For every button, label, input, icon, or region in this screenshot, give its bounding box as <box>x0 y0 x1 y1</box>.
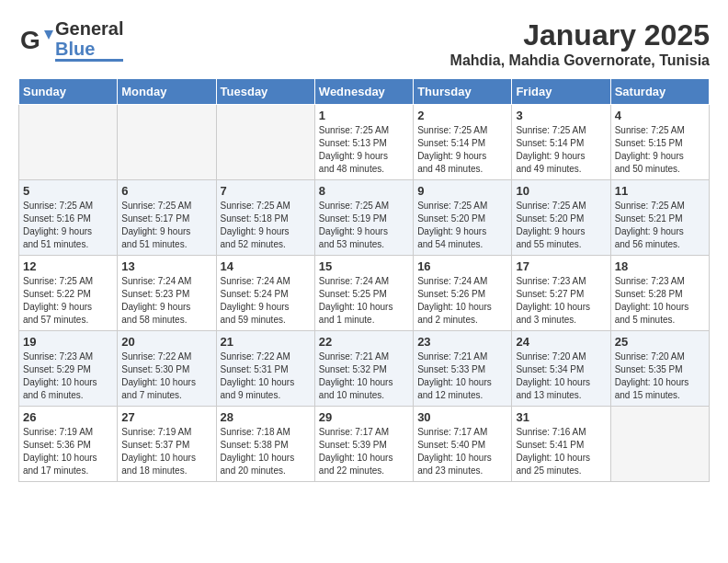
day-info: Sunrise: 7:20 AM Sunset: 5:34 PM Dayligh… <box>516 350 606 402</box>
day-info: Sunrise: 7:25 AM Sunset: 5:19 PM Dayligh… <box>319 200 409 251</box>
calendar-week-row: 26Sunrise: 7:19 AM Sunset: 5:36 PM Dayli… <box>19 407 710 482</box>
day-info: Sunrise: 7:17 AM Sunset: 5:40 PM Dayligh… <box>417 426 507 477</box>
calendar-day-cell: 29Sunrise: 7:17 AM Sunset: 5:39 PM Dayli… <box>314 407 413 482</box>
weekday-header-monday: Monday <box>118 79 216 105</box>
calendar-day-cell: 4Sunrise: 7:25 AM Sunset: 5:15 PM Daylig… <box>610 105 709 180</box>
day-number: 16 <box>417 259 507 273</box>
calendar-subtitle: Mahdia, Mahdia Governorate, Tunisia <box>450 52 710 69</box>
calendar-day-cell: 28Sunrise: 7:18 AM Sunset: 5:38 PM Dayli… <box>216 407 314 482</box>
day-info: Sunrise: 7:16 AM Sunset: 5:41 PM Dayligh… <box>516 426 606 477</box>
day-info: Sunrise: 7:24 AM Sunset: 5:25 PM Dayligh… <box>319 275 409 327</box>
day-number: 1 <box>319 109 409 122</box>
calendar-day-cell <box>610 407 709 482</box>
day-info: Sunrise: 7:22 AM Sunset: 5:30 PM Dayligh… <box>121 350 211 402</box>
day-info: Sunrise: 7:25 AM Sunset: 5:20 PM Dayligh… <box>417 200 507 251</box>
day-number: 27 <box>121 410 211 424</box>
day-number: 11 <box>615 184 705 198</box>
logo-general: General <box>55 18 123 39</box>
calendar-day-cell: 10Sunrise: 7:25 AM Sunset: 5:20 PM Dayli… <box>512 180 610 256</box>
weekday-header-thursday: Thursday <box>414 79 512 105</box>
day-number: 17 <box>516 259 606 273</box>
day-info: Sunrise: 7:24 AM Sunset: 5:23 PM Dayligh… <box>121 275 211 327</box>
day-info: Sunrise: 7:20 AM Sunset: 5:35 PM Dayligh… <box>615 350 705 402</box>
day-number: 18 <box>615 259 705 273</box>
calendar-day-cell: 31Sunrise: 7:16 AM Sunset: 5:41 PM Dayli… <box>512 407 610 482</box>
day-info: Sunrise: 7:25 AM Sunset: 5:21 PM Dayligh… <box>615 200 705 251</box>
day-number: 3 <box>516 109 606 122</box>
calendar-day-cell: 27Sunrise: 7:19 AM Sunset: 5:37 PM Dayli… <box>118 407 216 482</box>
day-info: Sunrise: 7:24 AM Sunset: 5:24 PM Dayligh… <box>221 275 311 327</box>
day-info: Sunrise: 7:25 AM Sunset: 5:17 PM Dayligh… <box>121 200 211 251</box>
calendar-day-cell: 23Sunrise: 7:21 AM Sunset: 5:33 PM Dayli… <box>414 331 512 407</box>
calendar-day-cell: 20Sunrise: 7:22 AM Sunset: 5:30 PM Dayli… <box>118 331 216 407</box>
logo-icon: G <box>18 23 53 58</box>
day-number: 28 <box>221 410 311 424</box>
day-info: Sunrise: 7:25 AM Sunset: 5:16 PM Dayligh… <box>23 200 113 251</box>
day-info: Sunrise: 7:19 AM Sunset: 5:36 PM Dayligh… <box>23 426 113 477</box>
day-number: 7 <box>221 184 311 198</box>
day-number: 4 <box>615 109 705 122</box>
day-info: Sunrise: 7:25 AM Sunset: 5:22 PM Dayligh… <box>23 275 113 327</box>
svg-text:G: G <box>20 26 40 54</box>
day-number: 30 <box>417 410 507 424</box>
calendar-week-row: 1Sunrise: 7:25 AM Sunset: 5:13 PM Daylig… <box>19 105 710 180</box>
day-info: Sunrise: 7:25 AM Sunset: 5:15 PM Dayligh… <box>615 124 705 176</box>
calendar-day-cell: 2Sunrise: 7:25 AM Sunset: 5:14 PM Daylig… <box>414 105 512 180</box>
day-info: Sunrise: 7:17 AM Sunset: 5:39 PM Dayligh… <box>319 426 409 477</box>
calendar-day-cell: 19Sunrise: 7:23 AM Sunset: 5:29 PM Dayli… <box>19 331 118 407</box>
weekday-header-friday: Friday <box>512 79 610 105</box>
calendar-day-cell: 21Sunrise: 7:22 AM Sunset: 5:31 PM Dayli… <box>216 331 314 407</box>
calendar-day-cell: 18Sunrise: 7:23 AM Sunset: 5:28 PM Dayli… <box>610 256 709 331</box>
day-info: Sunrise: 7:23 AM Sunset: 5:27 PM Dayligh… <box>516 275 606 327</box>
calendar-day-cell: 22Sunrise: 7:21 AM Sunset: 5:32 PM Dayli… <box>314 331 413 407</box>
day-number: 2 <box>417 109 507 122</box>
weekday-header-saturday: Saturday <box>610 79 709 105</box>
day-number: 10 <box>516 184 606 198</box>
calendar-day-cell <box>118 105 216 180</box>
day-number: 31 <box>516 410 606 424</box>
page-header: G General Blue January 2025 Mahdia, Mahd… <box>18 18 710 69</box>
calendar-day-cell: 6Sunrise: 7:25 AM Sunset: 5:17 PM Daylig… <box>118 180 216 256</box>
day-number: 23 <box>417 335 507 349</box>
day-number: 13 <box>121 259 211 273</box>
svg-marker-1 <box>44 30 53 40</box>
calendar-week-row: 12Sunrise: 7:25 AM Sunset: 5:22 PM Dayli… <box>19 256 710 331</box>
day-number: 14 <box>221 259 311 273</box>
calendar-day-cell: 17Sunrise: 7:23 AM Sunset: 5:27 PM Dayli… <box>512 256 610 331</box>
calendar-day-cell: 3Sunrise: 7:25 AM Sunset: 5:14 PM Daylig… <box>512 105 610 180</box>
day-info: Sunrise: 7:25 AM Sunset: 5:13 PM Dayligh… <box>319 124 409 176</box>
day-number: 6 <box>121 184 211 198</box>
logo-blue: Blue <box>55 39 123 62</box>
day-info: Sunrise: 7:25 AM Sunset: 5:14 PM Dayligh… <box>516 124 606 176</box>
weekday-header-sunday: Sunday <box>19 79 118 105</box>
day-info: Sunrise: 7:23 AM Sunset: 5:29 PM Dayligh… <box>23 350 113 402</box>
day-number: 12 <box>23 259 113 273</box>
calendar-day-cell <box>216 105 314 180</box>
calendar-day-cell: 1Sunrise: 7:25 AM Sunset: 5:13 PM Daylig… <box>314 105 413 180</box>
calendar-week-row: 5Sunrise: 7:25 AM Sunset: 5:16 PM Daylig… <box>19 180 710 256</box>
day-info: Sunrise: 7:24 AM Sunset: 5:26 PM Dayligh… <box>417 275 507 327</box>
calendar-week-row: 19Sunrise: 7:23 AM Sunset: 5:29 PM Dayli… <box>19 331 710 407</box>
title-area: January 2025 Mahdia, Mahdia Governorate,… <box>450 18 710 69</box>
day-info: Sunrise: 7:25 AM Sunset: 5:14 PM Dayligh… <box>417 124 507 176</box>
calendar-day-cell: 26Sunrise: 7:19 AM Sunset: 5:36 PM Dayli… <box>19 407 118 482</box>
weekday-header-wednesday: Wednesday <box>314 79 413 105</box>
day-info: Sunrise: 7:21 AM Sunset: 5:32 PM Dayligh… <box>319 350 409 402</box>
calendar-day-cell: 24Sunrise: 7:20 AM Sunset: 5:34 PM Dayli… <box>512 331 610 407</box>
calendar-day-cell: 30Sunrise: 7:17 AM Sunset: 5:40 PM Dayli… <box>414 407 512 482</box>
calendar-title: January 2025 <box>450 18 710 52</box>
calendar-day-cell: 9Sunrise: 7:25 AM Sunset: 5:20 PM Daylig… <box>414 180 512 256</box>
day-info: Sunrise: 7:19 AM Sunset: 5:37 PM Dayligh… <box>121 426 211 477</box>
calendar-day-cell: 5Sunrise: 7:25 AM Sunset: 5:16 PM Daylig… <box>19 180 118 256</box>
calendar-day-cell <box>19 105 118 180</box>
day-info: Sunrise: 7:18 AM Sunset: 5:38 PM Dayligh… <box>221 426 311 477</box>
calendar-day-cell: 12Sunrise: 7:25 AM Sunset: 5:22 PM Dayli… <box>19 256 118 331</box>
day-number: 25 <box>615 335 705 349</box>
day-number: 15 <box>319 259 409 273</box>
day-number: 20 <box>121 335 211 349</box>
calendar-day-cell: 16Sunrise: 7:24 AM Sunset: 5:26 PM Dayli… <box>414 256 512 331</box>
day-number: 19 <box>23 335 113 349</box>
day-number: 22 <box>319 335 409 349</box>
calendar-day-cell: 14Sunrise: 7:24 AM Sunset: 5:24 PM Dayli… <box>216 256 314 331</box>
day-info: Sunrise: 7:25 AM Sunset: 5:20 PM Dayligh… <box>516 200 606 251</box>
